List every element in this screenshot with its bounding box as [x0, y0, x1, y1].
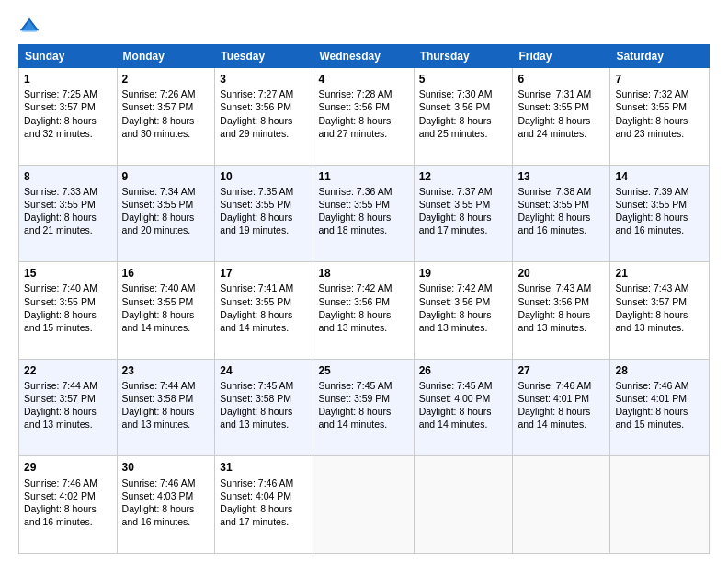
daylight-label: Daylight: 8 hours and 13 minutes. [419, 309, 492, 333]
sunrise-label: Sunrise: 7:36 AM [318, 186, 392, 197]
calendar-day-cell: 24Sunrise: 7:45 AMSunset: 3:58 PMDayligh… [215, 359, 313, 456]
calendar-day-cell: 16Sunrise: 7:40 AMSunset: 3:55 PMDayligh… [117, 262, 215, 360]
logo-icon [18, 15, 40, 37]
calendar-day-cell: 22Sunrise: 7:44 AMSunset: 3:57 PMDayligh… [19, 359, 118, 456]
day-number: 17 [220, 266, 308, 281]
day-number: 13 [518, 169, 605, 184]
daylight-label: Daylight: 8 hours and 30 minutes. [122, 115, 195, 139]
sunset-label: Sunset: 4:02 PM [24, 490, 96, 501]
calendar-week-row: 1Sunrise: 7:25 AMSunset: 3:57 PMDaylight… [19, 68, 710, 166]
calendar-day-cell: 14Sunrise: 7:39 AMSunset: 3:55 PMDayligh… [610, 165, 710, 262]
daylight-label: Daylight: 8 hours and 16 minutes. [518, 212, 590, 236]
daylight-label: Daylight: 8 hours and 16 minutes. [24, 503, 97, 527]
calendar-day-header: Monday [117, 45, 215, 68]
calendar-day-cell [313, 456, 414, 554]
calendar-day-cell: 3Sunrise: 7:27 AMSunset: 3:56 PMDaylight… [215, 68, 313, 166]
calendar-header-row: SundayMondayTuesdayWednesdayThursdayFrid… [19, 45, 710, 68]
sunrise-label: Sunrise: 7:45 AM [419, 380, 493, 391]
calendar-day-cell: 21Sunrise: 7:43 AMSunset: 3:57 PMDayligh… [610, 262, 710, 360]
sunset-label: Sunset: 3:55 PM [220, 296, 291, 307]
header [18, 15, 710, 37]
day-number: 22 [24, 363, 112, 378]
sunrise-label: Sunrise: 7:32 AM [615, 88, 688, 99]
sunrise-label: Sunrise: 7:44 AM [122, 380, 196, 391]
day-number: 4 [318, 72, 408, 86]
sunrise-label: Sunrise: 7:46 AM [122, 477, 196, 488]
daylight-label: Daylight: 8 hours and 13 minutes. [518, 309, 590, 333]
daylight-label: Daylight: 8 hours and 17 minutes. [220, 503, 292, 527]
day-number: 1 [24, 72, 112, 86]
daylight-label: Daylight: 8 hours and 21 minutes. [24, 212, 97, 236]
calendar-week-row: 15Sunrise: 7:40 AMSunset: 3:55 PMDayligh… [19, 262, 710, 360]
calendar-day-cell: 20Sunrise: 7:43 AMSunset: 3:56 PMDayligh… [513, 262, 610, 360]
calendar-week-row: 8Sunrise: 7:33 AMSunset: 3:55 PMDaylight… [19, 165, 710, 262]
calendar-day-cell: 4Sunrise: 7:28 AMSunset: 3:56 PMDaylight… [313, 68, 414, 166]
sunset-label: Sunset: 3:56 PM [318, 101, 390, 112]
calendar-day-cell: 10Sunrise: 7:35 AMSunset: 3:55 PMDayligh… [215, 165, 313, 262]
calendar-day-header: Saturday [610, 45, 710, 68]
sunrise-label: Sunrise: 7:42 AM [318, 282, 392, 293]
calendar-week-row: 22Sunrise: 7:44 AMSunset: 3:57 PMDayligh… [19, 359, 710, 456]
day-number: 12 [419, 169, 508, 184]
daylight-label: Daylight: 8 hours and 15 minutes. [615, 406, 688, 430]
day-number: 31 [220, 460, 308, 475]
sunrise-label: Sunrise: 7:38 AM [518, 186, 591, 197]
daylight-label: Daylight: 8 hours and 27 minutes. [318, 115, 391, 139]
sunrise-label: Sunrise: 7:40 AM [122, 282, 196, 293]
calendar-day-cell: 18Sunrise: 7:42 AMSunset: 3:56 PMDayligh… [313, 262, 414, 360]
sunset-label: Sunset: 4:00 PM [419, 393, 491, 404]
daylight-label: Daylight: 8 hours and 23 minutes. [615, 115, 688, 139]
sunrise-label: Sunrise: 7:41 AM [220, 282, 293, 293]
calendar-day-cell: 17Sunrise: 7:41 AMSunset: 3:55 PMDayligh… [215, 262, 313, 360]
daylight-label: Daylight: 8 hours and 19 minutes. [220, 212, 292, 236]
calendar-day-cell: 11Sunrise: 7:36 AMSunset: 3:55 PMDayligh… [313, 165, 414, 262]
day-number: 18 [318, 266, 408, 281]
sunrise-label: Sunrise: 7:45 AM [220, 380, 293, 391]
daylight-label: Daylight: 8 hours and 20 minutes. [122, 212, 195, 236]
calendar-day-cell [414, 456, 513, 554]
logo [18, 15, 44, 37]
calendar-day-cell: 6Sunrise: 7:31 AMSunset: 3:55 PMDaylight… [513, 68, 610, 166]
sunset-label: Sunset: 3:57 PM [24, 393, 96, 404]
daylight-label: Daylight: 8 hours and 14 minutes. [220, 309, 292, 333]
daylight-label: Daylight: 8 hours and 32 minutes. [24, 115, 97, 139]
day-number: 10 [220, 169, 308, 184]
day-number: 27 [518, 363, 605, 378]
sunset-label: Sunset: 3:55 PM [318, 199, 390, 210]
calendar-day-cell: 7Sunrise: 7:32 AMSunset: 3:55 PMDaylight… [610, 68, 710, 166]
day-number: 11 [318, 169, 408, 184]
calendar-day-header: Friday [513, 45, 610, 68]
sunset-label: Sunset: 4:01 PM [518, 393, 589, 404]
calendar-day-cell: 29Sunrise: 7:46 AMSunset: 4:02 PMDayligh… [19, 456, 118, 554]
calendar-day-cell [610, 456, 710, 554]
sunrise-label: Sunrise: 7:30 AM [419, 88, 493, 99]
sunset-label: Sunset: 3:56 PM [419, 296, 491, 307]
calendar-day-cell: 15Sunrise: 7:40 AMSunset: 3:55 PMDayligh… [19, 262, 118, 360]
sunset-label: Sunset: 4:01 PM [615, 393, 687, 404]
sunset-label: Sunset: 3:55 PM [24, 199, 96, 210]
day-number: 28 [615, 363, 704, 378]
calendar-day-cell: 25Sunrise: 7:45 AMSunset: 3:59 PMDayligh… [313, 359, 414, 456]
day-number: 25 [318, 363, 408, 378]
sunset-label: Sunset: 3:56 PM [220, 101, 291, 112]
calendar-day-cell: 27Sunrise: 7:46 AMSunset: 4:01 PMDayligh… [513, 359, 610, 456]
sunset-label: Sunset: 3:55 PM [122, 199, 194, 210]
sunset-label: Sunset: 3:58 PM [220, 393, 291, 404]
sunrise-label: Sunrise: 7:25 AM [24, 88, 97, 99]
day-number: 20 [518, 266, 605, 281]
day-number: 30 [122, 460, 210, 475]
daylight-label: Daylight: 8 hours and 14 minutes. [318, 406, 391, 430]
calendar-day-cell: 23Sunrise: 7:44 AMSunset: 3:58 PMDayligh… [117, 359, 215, 456]
sunrise-label: Sunrise: 7:40 AM [24, 282, 97, 293]
calendar-day-cell: 9Sunrise: 7:34 AMSunset: 3:55 PMDaylight… [117, 165, 215, 262]
sunset-label: Sunset: 3:55 PM [615, 199, 687, 210]
page-container: SundayMondayTuesdayWednesdayThursdayFrid… [0, 0, 728, 563]
sunset-label: Sunset: 3:55 PM [24, 296, 96, 307]
calendar-day-cell: 8Sunrise: 7:33 AMSunset: 3:55 PMDaylight… [19, 165, 118, 262]
day-number: 3 [220, 72, 308, 86]
daylight-label: Daylight: 8 hours and 24 minutes. [518, 115, 590, 139]
sunrise-label: Sunrise: 7:46 AM [615, 380, 688, 391]
sunset-label: Sunset: 4:04 PM [220, 490, 291, 501]
calendar-week-row: 29Sunrise: 7:46 AMSunset: 4:02 PMDayligh… [19, 456, 710, 554]
day-number: 23 [122, 363, 210, 378]
